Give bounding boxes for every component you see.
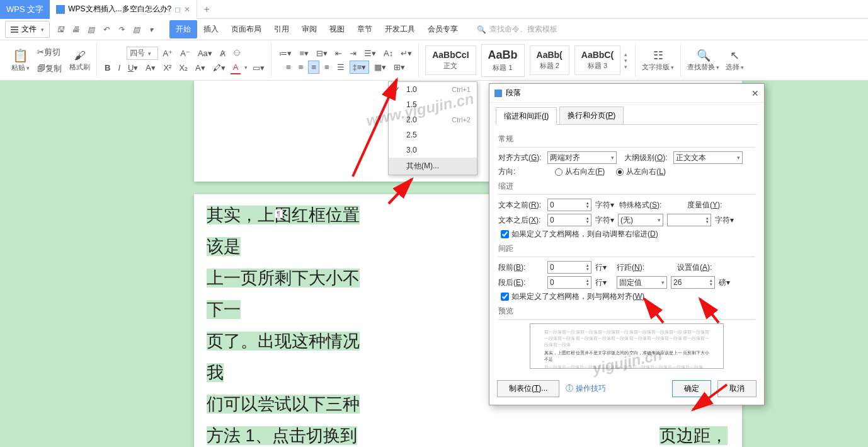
paste-button[interactable]: 📋粘贴▾ <box>9 47 32 74</box>
align-right-button[interactable]: ≡ <box>308 61 319 74</box>
style-prev[interactable]: ▴ <box>624 51 627 57</box>
tab-view[interactable]: 视图 <box>323 20 351 38</box>
qat-save-icon[interactable]: 🖫 <box>55 24 66 35</box>
tab-chapter[interactable]: 章节 <box>351 20 379 38</box>
radio-rtl[interactable]: 从右向左(F) <box>555 166 605 177</box>
justify-button[interactable]: ≡ <box>322 61 332 73</box>
cut-button[interactable]: ✂ 剪切 <box>35 45 64 59</box>
command-search[interactable]: 🔍 查找命令、搜索模板 <box>477 24 557 35</box>
check-icon: ✓ <box>394 85 400 94</box>
align-center-button[interactable]: ≡ <box>296 61 306 73</box>
text-layout-button[interactable]: ☷文字排版▾ <box>639 47 677 73</box>
qat-print-icon[interactable]: 🖶 <box>70 24 81 35</box>
borders-button[interactable]: ⊞▾ <box>391 61 408 73</box>
strikethrough-button[interactable]: A̵▾ <box>143 62 158 74</box>
sort-button[interactable]: A↕ <box>381 47 396 59</box>
increase-font-button[interactable]: A⁺ <box>161 47 176 59</box>
space-before-spin[interactable]: 0▴▾ <box>547 261 591 274</box>
indent-after-spin[interactable]: 0▴▾ <box>547 214 591 226</box>
measure-spin[interactable]: ▴▾ <box>667 214 711 226</box>
line-spacing-button[interactable]: ‡≡▾ <box>350 61 370 74</box>
shading-button[interactable]: ▦▾ <box>372 61 389 73</box>
numbering-button[interactable]: ≡▾ <box>297 47 311 59</box>
dd-item-other[interactable]: 其他(M)... <box>389 158 477 175</box>
new-tab-button[interactable]: + <box>197 4 216 15</box>
tab-pin-icon[interactable]: ◻ <box>174 5 181 14</box>
set-value-spin[interactable]: 26▴▾ <box>671 276 715 289</box>
dd-item-3.0[interactable]: 3.0 <box>389 142 477 158</box>
bold-button[interactable]: B <box>102 62 113 74</box>
subscript-button[interactable]: X₂ <box>176 62 190 74</box>
style-h3[interactable]: AaBbC(标题 3 <box>574 45 620 75</box>
select-button[interactable]: ↖选择▾ <box>723 47 746 73</box>
style-h1[interactable]: AaBb标题 1 <box>481 44 525 77</box>
space-after-spin[interactable]: 0▴▾ <box>547 276 591 289</box>
find-replace-button[interactable]: 🔍查找替换▾ <box>685 47 722 73</box>
style-normal[interactable]: AaBbCcI正文 <box>425 45 476 75</box>
highlight-button[interactable]: 🖍▾ <box>210 62 228 74</box>
increase-indent-button[interactable]: ⇥ <box>347 47 359 59</box>
tab-start[interactable]: 开始 <box>169 20 197 38</box>
format-painter-button[interactable]: 🖌格式刷 <box>67 48 93 73</box>
qat-icon-6[interactable]: ▤ <box>130 24 142 35</box>
dd-item-1.0[interactable]: ✓1.0Ctrl+1 <box>389 82 477 97</box>
line-spacing-label: 行距(N): <box>617 262 644 273</box>
tab-member[interactable]: 会员专享 <box>421 20 464 38</box>
distribute-button[interactable]: ☰ <box>334 61 347 73</box>
tab-dev[interactable]: 开发工具 <box>379 20 421 38</box>
style-h2[interactable]: AaBb(标题 2 <box>530 45 569 75</box>
dd-item-2.0[interactable]: 2.0Ctrl+2 <box>389 112 477 127</box>
line-spacing-combo[interactable]: 固定值▾ <box>617 276 667 289</box>
doc-tab[interactable]: WPS文档插入...多空白怎么办? ◻ ✕ <box>50 0 197 19</box>
tab-review[interactable]: 审阅 <box>295 20 323 38</box>
close-icon[interactable]: ✕ <box>751 88 759 98</box>
show-marks-button[interactable]: ↵▾ <box>398 47 414 59</box>
dlg-tab-indent[interactable]: 缩进和间距(I) <box>496 107 557 125</box>
bullets-button[interactable]: ≔▾ <box>277 47 294 59</box>
style-next[interactable]: ▾ <box>624 57 627 64</box>
tab-layout[interactable]: 页面布局 <box>225 20 268 38</box>
cancel-button[interactable]: 取消 <box>717 380 757 397</box>
chk-autogrid[interactable]: 如果定义了文档网格，则自动调整右缩进(D) <box>501 229 755 240</box>
info-icon: ⓘ <box>566 383 573 394</box>
tabs-button[interactable]: 制表位(T)... <box>497 380 559 397</box>
radio-ltr[interactable]: 从左向右(L) <box>616 166 666 177</box>
dd-item-1.5[interactable]: 1.5 <box>389 97 477 112</box>
file-menu-button[interactable]: 文件 ▾ <box>5 21 50 38</box>
char-border-button[interactable]: ▭▾ <box>250 62 267 74</box>
font-color-button[interactable]: A <box>231 61 241 74</box>
indent-before-spin[interactable]: 0▴▾ <box>547 199 591 211</box>
align-left-button[interactable]: ≡ <box>283 61 294 73</box>
phonetic-button[interactable]: ⦵ <box>231 47 243 59</box>
qat-undo-icon[interactable]: ↶ <box>100 24 111 35</box>
unit-pt: 磅▾ <box>719 277 730 288</box>
dd-item-2.5[interactable]: 2.5 <box>389 127 477 142</box>
outline-combo[interactable]: 正文文本▾ <box>673 151 743 164</box>
decrease-indent-button[interactable]: ⇤ <box>333 47 345 59</box>
copy-button[interactable]: 🗐 复制 <box>35 62 64 76</box>
tips-link[interactable]: ⓘ操作技巧 <box>566 383 606 394</box>
qat-redo-icon[interactable]: ↷ <box>115 24 127 35</box>
text-effect-button[interactable]: A▾ <box>193 62 208 74</box>
multilevel-button[interactable]: ⊟▾ <box>314 47 330 59</box>
dlg-tab-break[interactable]: 换行和分页(P) <box>559 107 624 124</box>
underline-button[interactable]: U▾ <box>125 62 140 74</box>
paragraph-options-icon[interactable]: ¶ <box>274 209 283 218</box>
qat-icon-7[interactable]: ▾ <box>146 24 157 35</box>
tab-insert[interactable]: 插入 <box>197 20 225 38</box>
italic-button[interactable]: I <box>115 62 123 74</box>
change-case-button[interactable]: Aa▾ <box>195 47 215 59</box>
chk-snapgrid[interactable]: 如果定义了文档网格，则与网格对齐(W) <box>501 291 755 302</box>
style-more[interactable]: ▾ <box>624 64 627 70</box>
font-size-combo[interactable]: 四号 ▾ <box>127 47 158 60</box>
decrease-font-button[interactable]: A⁻ <box>178 47 193 59</box>
ok-button[interactable]: 确定 <box>672 380 711 397</box>
special-combo[interactable]: (无)▾ <box>618 214 663 226</box>
text-direction-button[interactable]: ☰▾ <box>362 47 379 59</box>
qat-preview-icon[interactable]: ▤ <box>85 24 96 35</box>
align-combo[interactable]: 两端对齐▾ <box>547 151 617 164</box>
tab-reference[interactable]: 引用 <box>268 20 295 38</box>
clear-format-button[interactable]: A̷ <box>217 47 228 59</box>
superscript-button[interactable]: X² <box>161 62 174 74</box>
tab-close-icon[interactable]: ✕ <box>184 5 190 14</box>
